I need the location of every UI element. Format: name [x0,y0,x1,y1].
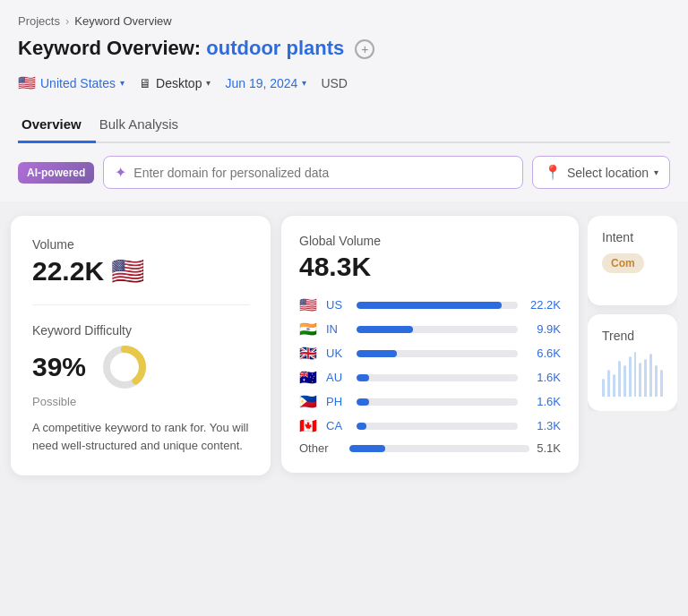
country-rows: 🇺🇸 US 22.2K 🇮🇳 IN 9.9K 🇬🇧 UK 6.6K 🇦🇺 AU [299,296,561,434]
volume-flag: 🇺🇸 [111,255,144,287]
country-code-us: US [326,298,349,312]
kd-row: 39% [32,343,249,391]
kd-description: A competitive keyword to rank for. You w… [32,419,249,454]
country-row: 🇮🇳 IN 9.9K [299,321,561,338]
country-code-uk: UK [326,346,349,360]
country-bar-track-us [357,302,518,309]
trend-bar [602,379,605,397]
country-code-au: AU [326,371,349,384]
other-label: Other [299,441,342,455]
location-chevron-icon: ▾ [654,167,658,177]
volume-label: Volume [32,237,249,252]
volume-divider [32,304,249,305]
country-flag: 🇺🇸 [18,74,36,91]
intent-title: Intent [602,230,663,244]
right-partial-cards: Intent Com Trend [588,216,677,411]
tab-overview[interactable]: Overview [18,107,96,143]
device-chevron-icon: ▾ [206,78,211,88]
country-code-ca: CA [326,419,349,432]
breadcrumb-projects[interactable]: Projects [18,14,60,28]
main-content: Volume 22.2K 🇺🇸 Keyword Difficulty 39% [0,201,688,490]
kd-donut-chart [100,343,149,391]
breadcrumb-separator: › [65,14,69,28]
kd-label: Keyword Difficulty [32,323,249,338]
intent-badge: Com [602,253,644,273]
country-bar-fill-au [357,374,369,381]
country-row: 🇺🇸 US 22.2K [299,296,561,313]
other-bar-track [349,445,529,452]
country-volume-ph: 1.6K [525,395,561,408]
domain-input[interactable] [133,166,512,180]
trend-bar [629,356,632,397]
country-flag-ph: 🇵🇭 [299,393,319,410]
device-label: Desktop [156,76,202,90]
country-volume-us: 22.2K [525,298,561,312]
date-chevron-icon: ▾ [302,78,306,88]
country-filter[interactable]: 🇺🇸 United States ▾ [18,71,125,95]
location-label: Select location [567,166,649,180]
page-title-prefix: Keyword Overview: [18,37,201,59]
currency-label: USD [321,76,348,90]
search-section: AI-powered ✦ 📍 Select location ▾ [0,143,688,201]
country-row: 🇵🇭 PH 1.6K [299,393,561,410]
other-row: Other 5.1K [299,441,561,455]
volume-card: Volume 22.2K 🇺🇸 Keyword Difficulty 39% [11,216,271,475]
intent-card: Intent Com [588,216,677,305]
add-keyword-icon[interactable]: + [355,39,374,59]
country-bar-fill-uk [357,350,397,357]
tabs-row: Overview Bulk Analysis [18,107,670,143]
breadcrumb-current: Keyword Overview [74,14,171,28]
trend-bars [602,352,663,397]
country-flag-uk: 🇬🇧 [299,345,319,362]
ai-powered-badge: AI-powered [18,162,94,184]
country-bar-fill-ca [357,423,366,430]
search-row: AI-powered ✦ 📍 Select location ▾ [18,156,670,189]
global-volume-label: Global Volume [299,234,561,248]
device-filter[interactable]: 🖥 Desktop ▾ [139,73,211,94]
trend-bar [649,354,652,397]
country-volume-uk: 6.6K [525,346,561,360]
country-bar-track-ph [357,398,518,406]
breadcrumb: Projects › Keyword Overview [18,14,670,28]
trend-title: Trend [602,329,663,343]
location-icon: 📍 [544,164,562,181]
country-volume-au: 1.6K [525,371,561,384]
kd-value: 39% [32,352,86,382]
country-bar-fill-ph [357,398,369,406]
location-select-button[interactable]: 📍 Select location ▾ [532,156,670,189]
trend-bar [624,365,626,397]
domain-input-wrapper[interactable]: ✦ [103,156,523,189]
country-bar-fill-in [357,326,413,333]
country-code-ph: PH [326,395,349,408]
trend-bar [634,352,637,397]
sparkle-icon: ✦ [115,164,126,181]
trend-bar [644,359,647,397]
trend-bar [655,365,658,397]
filters-row: 🇺🇸 United States ▾ 🖥 Desktop ▾ Jun 19, 2… [18,71,670,95]
tab-bulk-analysis[interactable]: Bulk Analysis [96,107,193,143]
country-code-in: IN [326,322,349,336]
page-title: Keyword Overview: outdoor plants + [18,37,670,60]
country-flag-ca: 🇨🇦 [299,417,319,434]
trend-bar [607,370,610,397]
trend-card: Trend [588,314,677,411]
country-volume-in: 9.9K [525,322,561,336]
country-row: 🇨🇦 CA 1.3K [299,417,561,434]
country-label: United States [40,76,116,90]
country-chevron-icon: ▾ [120,78,125,88]
country-row: 🇦🇺 AU 1.6K [299,369,561,386]
volume-number: 22.2K [32,256,104,287]
global-volume-value: 48.3K [299,252,561,282]
device-icon: 🖥 [139,76,151,90]
other-bar-fill [349,445,385,452]
country-bar-track-uk [357,350,518,357]
keyword-value: outdoor plants [206,37,344,59]
trend-bar [660,370,663,397]
volume-value: 22.2K 🇺🇸 [32,255,249,287]
possible-label: Possible [32,395,249,408]
date-filter[interactable]: Jun 19, 2024 ▾ [225,73,306,94]
country-flag-in: 🇮🇳 [299,321,319,338]
country-bar-track-au [357,374,518,381]
trend-bar [618,361,621,397]
country-row: 🇬🇧 UK 6.6K [299,345,561,362]
